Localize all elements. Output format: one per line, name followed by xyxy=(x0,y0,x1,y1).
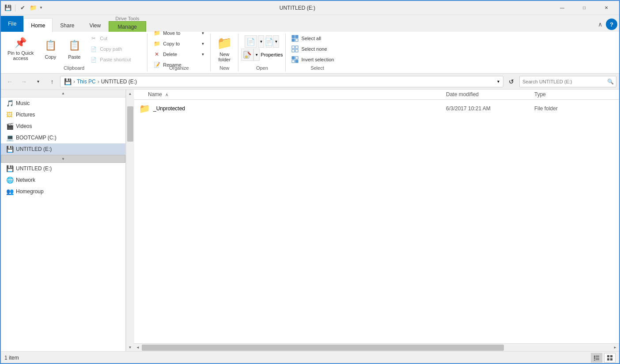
sidebar-wrapper: ▲ 🎵 Music 🖼 Pictures 🎬 Videos 💻 BOOTCAMP… xyxy=(1,90,134,351)
minimize-button[interactable]: — xyxy=(552,1,572,15)
tab-manage[interactable]: Manage xyxy=(109,21,146,32)
drive-icon-qa[interactable]: 💾 xyxy=(4,4,12,12)
status-bar: 1 item xyxy=(1,351,619,364)
copy-button[interactable]: 📋 Copy xyxy=(39,35,61,63)
open-arrow-1[interactable]: ▼ xyxy=(258,35,264,48)
select-all-label: Select all xyxy=(301,36,321,41)
new-folder-button[interactable]: 📁 New folder xyxy=(213,35,235,63)
file-item-unprotected[interactable]: 📁 _Unprotected 6/3/2017 10:21 AM File fo… xyxy=(134,100,619,118)
quick-access-dropdown[interactable]: ▼ xyxy=(39,6,43,10)
ribbon-group-new: 📁 New folder New xyxy=(211,34,238,71)
svg-rect-11 xyxy=(295,56,298,59)
tab-header: File Home Share View Drive Tools Manage … xyxy=(1,15,619,32)
breadcrumb-dropdown[interactable]: ▾ xyxy=(497,79,499,84)
sidebar-item-network[interactable]: 🌐 Network xyxy=(1,174,125,186)
invert-selection-button[interactable]: Invert selection xyxy=(288,55,346,64)
delete-label: Delete xyxy=(163,52,177,57)
select-none-label: Select none xyxy=(301,46,327,52)
tab-file[interactable]: File xyxy=(1,16,23,32)
sidebar-scroll-down-mid[interactable]: ▼ xyxy=(1,155,125,163)
move-to-icon: 📁 xyxy=(153,30,160,37)
copy-label: Copy xyxy=(45,54,56,60)
move-to-arrow: ▼ xyxy=(201,31,204,35)
content-header: Name ∧ Date modified Type xyxy=(134,90,619,100)
sidebar-item-music[interactable]: 🎵 Music xyxy=(1,98,125,109)
small-clipboard-buttons: ✂ Cut 📄 Copy path 📄 Paste shortcut xyxy=(87,35,144,63)
drive-icon-1: 💾 xyxy=(6,146,13,153)
clipboard-label: Clipboard xyxy=(4,64,144,71)
folder-icon-unprotected: 📁 xyxy=(139,103,150,114)
new-folder-label: New folder xyxy=(219,52,231,62)
sidebar-scroll-thumb[interactable] xyxy=(127,106,133,142)
refresh-button[interactable]: ↺ xyxy=(505,75,518,88)
delete-icon: ✕ xyxy=(153,51,160,58)
open-arrow-2[interactable]: ▼ xyxy=(273,35,279,48)
move-to-button[interactable]: 📁 Move to ▼ xyxy=(150,28,208,38)
tab-share[interactable]: Share xyxy=(53,19,82,32)
sidebar-scroll-track xyxy=(126,98,134,343)
search-input[interactable] xyxy=(520,79,605,84)
tab-view[interactable]: View xyxy=(82,19,108,32)
h-scroll-right[interactable]: ► xyxy=(611,344,619,352)
checkmark-icon[interactable]: ✔ xyxy=(18,4,27,12)
open-button-2[interactable]: 📄 xyxy=(266,35,272,48)
h-scroll-thumb[interactable] xyxy=(142,345,504,351)
sidebar-item-untitled-e[interactable]: 💾 UNTITLED (E:) xyxy=(1,163,125,174)
sidebar-item-videos[interactable]: 🎬 Videos xyxy=(1,120,125,132)
col-header-type[interactable]: Type xyxy=(534,91,614,98)
bootcamp-icon: 💻 xyxy=(6,134,13,141)
svg-rect-14 xyxy=(594,356,595,357)
open-label: Open xyxy=(241,64,283,71)
sidebar-item-bootcamp[interactable]: 💻 BOOTCAMP (C:) xyxy=(1,132,125,143)
col-header-name[interactable]: Name ∧ xyxy=(148,91,446,98)
collapse-ribbon-button[interactable]: ∧ xyxy=(594,19,606,30)
content-list: 📁 _Unprotected 6/3/2017 10:21 AM File fo… xyxy=(134,100,619,343)
up-button[interactable]: ↑ xyxy=(46,75,58,88)
select-all-button[interactable]: Select all xyxy=(288,34,346,43)
back-button[interactable]: ← xyxy=(4,75,16,88)
col-header-date[interactable]: Date modified xyxy=(446,91,534,98)
properties-arrow[interactable]: ▼ xyxy=(253,49,260,61)
tab-home[interactable]: Home xyxy=(23,18,53,32)
sidebar-item-pictures[interactable]: 🖼 Pictures xyxy=(1,109,125,120)
paste-button[interactable]: 📋 Paste xyxy=(63,35,85,63)
scissors-icon: ✂ xyxy=(90,35,97,42)
cut-button[interactable]: ✂ Cut xyxy=(87,34,144,43)
view-large-button[interactable] xyxy=(604,353,616,363)
sidebar-scroll-down-arrow[interactable]: ▼ xyxy=(126,343,134,351)
properties-button[interactable]: ▼ Properties xyxy=(241,49,283,61)
status-view-buttons xyxy=(591,353,616,363)
close-button[interactable]: ✕ xyxy=(596,1,616,15)
breadcrumb-bar: 💾 › This PC › UNTITLED (E:) ▾ xyxy=(60,76,503,87)
sidebar-item-homegroup[interactable]: 👥 Homegroup xyxy=(1,186,125,197)
sidebar-item-untitled-e-active[interactable]: 💾 UNTITLED (E:) xyxy=(1,143,125,155)
svg-rect-18 xyxy=(596,358,599,358)
search-button[interactable]: 🔍 xyxy=(605,76,616,87)
open-button-1[interactable]: 📄 xyxy=(245,35,257,48)
sidebar-scroll-up-arrow[interactable]: ▲ xyxy=(126,90,134,98)
copy-to-button[interactable]: 📁 Copy to ▼ xyxy=(150,39,208,49)
maximize-button[interactable]: □ xyxy=(574,1,594,15)
svg-rect-13 xyxy=(295,60,298,63)
pin-label: Pin to Quick access xyxy=(8,50,34,61)
h-scroll-left[interactable]: ◄ xyxy=(134,344,142,352)
breadcrumb-this-pc[interactable]: This PC xyxy=(77,79,96,85)
ribbon: 📌 Pin to Quick access 📋 Copy 📋 Paste ✂ C… xyxy=(1,32,619,74)
paste-shortcut-button[interactable]: 📄 Paste shortcut xyxy=(87,55,144,64)
paste-shortcut-icon: 📄 xyxy=(90,56,97,63)
sidebar-label-network: Network xyxy=(16,177,35,183)
view-details-button[interactable] xyxy=(591,353,602,363)
copy-path-button[interactable]: 📄 Copy path xyxy=(87,44,144,54)
select-none-button[interactable]: Select none xyxy=(288,44,346,54)
folder-icon-qa[interactable]: 📁 xyxy=(29,4,38,12)
sidebar-scroll-up[interactable]: ▲ xyxy=(1,90,125,98)
delete-button[interactable]: ✕ Delete ▼ xyxy=(150,49,208,59)
svg-rect-2 xyxy=(292,35,295,38)
forward-button[interactable]: → xyxy=(18,75,30,88)
col-name-label: Name xyxy=(148,91,162,98)
pin-to-quick-access-button[interactable]: 📌 Pin to Quick access xyxy=(4,35,38,63)
svg-rect-19 xyxy=(596,359,599,359)
nav-dropdown-button[interactable]: ▾ xyxy=(32,75,44,88)
copy-to-icon: 📁 xyxy=(153,40,160,47)
help-button[interactable]: ? xyxy=(606,19,617,30)
